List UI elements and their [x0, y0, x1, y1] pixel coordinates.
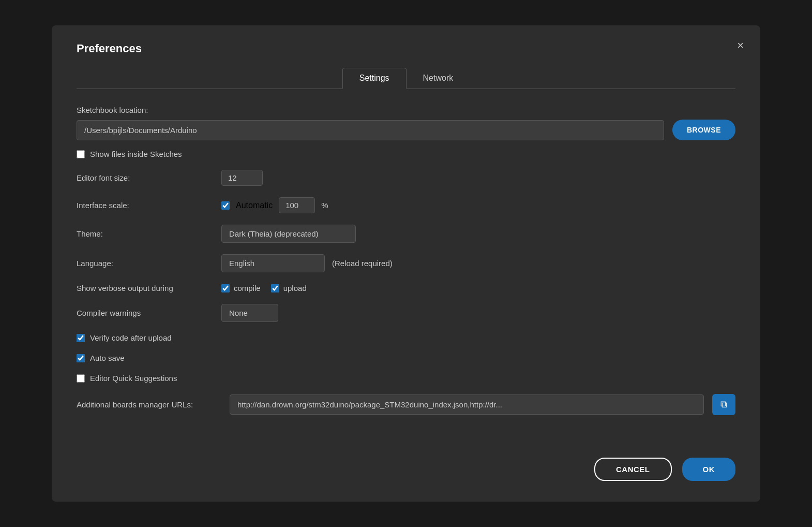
interface-scale-row: Interface scale: Automatic %	[77, 197, 735, 213]
compiler-warnings-dropdown[interactable]: None Default More All	[221, 304, 278, 322]
editor-font-size-input[interactable]	[221, 170, 263, 186]
ok-button[interactable]: OK	[682, 458, 736, 481]
language-label: Language:	[77, 259, 221, 268]
auto-save-checkbox[interactable]	[77, 354, 85, 362]
theme-dropdown[interactable]: Dark (Theia) (deprecated) Light Dark	[221, 225, 356, 243]
sketchbook-path-input[interactable]	[77, 120, 664, 140]
verify-label: Verify code after upload	[90, 333, 172, 342]
theme-row: Theme: Dark (Theia) (deprecated) Light D…	[77, 225, 735, 243]
show-files-checkbox[interactable]	[77, 150, 85, 158]
editor-font-size-row: Editor font size:	[77, 170, 735, 186]
automatic-label: Automatic	[236, 201, 273, 210]
sketchbook-location-label: Sketchbook location:	[77, 106, 735, 114]
verbose-label: Show verbose output during	[77, 284, 221, 292]
compile-checkbox[interactable]	[221, 284, 230, 292]
verbose-items: compile upload	[221, 284, 307, 292]
language-row: Language: English French German Spanish …	[77, 254, 735, 272]
preferences-dialog: Preferences × Settings Network Sketchboo…	[52, 25, 760, 502]
compiler-warnings-dropdown-wrapper: None Default More All	[221, 304, 278, 322]
additional-boards-row: Additional boards manager URLs: ⧉	[77, 394, 735, 415]
compiler-warnings-label: Compiler warnings	[77, 309, 221, 317]
upload-item: upload	[271, 284, 307, 292]
percent-label: %	[321, 201, 328, 210]
show-files-label: Show files inside Sketches	[90, 150, 182, 158]
tab-bar: Settings Network	[77, 68, 735, 89]
compile-label: compile	[234, 284, 261, 292]
language-dropdown-wrapper: English French German Spanish Japanese C…	[221, 254, 325, 272]
browse-button[interactable]: BROWSE	[672, 120, 735, 140]
compile-item: compile	[221, 284, 261, 292]
editor-font-size-label: Editor font size:	[77, 173, 221, 182]
automatic-checkbox[interactable]	[221, 201, 230, 210]
verify-row: Verify code after upload	[77, 333, 735, 342]
sketchbook-location-section: Sketchbook location: BROWSE	[77, 106, 735, 150]
dialog-title: Preferences	[77, 42, 735, 55]
additional-boards-input[interactable]	[230, 394, 704, 415]
language-dropdown[interactable]: English French German Spanish Japanese C…	[221, 254, 325, 272]
editor-quick-suggestions-label: Editor Quick Suggestions	[90, 374, 177, 383]
editor-quick-suggestions-row: Editor Quick Suggestions	[77, 374, 735, 383]
upload-label: upload	[283, 284, 307, 292]
compiler-warnings-row: Compiler warnings None Default More All	[77, 304, 735, 322]
verify-checkbox[interactable]	[77, 334, 85, 342]
settings-content: Sketchbook location: BROWSE Show files i…	[77, 106, 735, 437]
theme-label: Theme:	[77, 229, 221, 238]
auto-save-row: Auto save	[77, 354, 735, 362]
interface-scale-label: Interface scale:	[77, 201, 221, 210]
theme-dropdown-wrapper: Dark (Theia) (deprecated) Light Dark	[221, 225, 356, 243]
editor-quick-suggestions-checkbox[interactable]	[77, 374, 85, 383]
copy-url-button[interactable]: ⧉	[712, 394, 735, 415]
auto-save-label: Auto save	[90, 354, 125, 362]
tab-network[interactable]: Network	[407, 68, 470, 89]
additional-boards-label: Additional boards manager URLs:	[77, 400, 221, 409]
reload-required-label: (Reload required)	[332, 259, 393, 268]
show-files-row: Show files inside Sketches	[77, 150, 735, 158]
sketchbook-row: BROWSE	[77, 120, 735, 140]
tab-settings[interactable]: Settings	[342, 68, 407, 89]
dialog-footer: CANCEL OK	[77, 437, 735, 481]
cancel-button[interactable]: CANCEL	[594, 458, 672, 481]
scale-controls: Automatic %	[221, 197, 328, 213]
verbose-row: Show verbose output during compile uploa…	[77, 284, 735, 292]
close-button[interactable]: ×	[737, 40, 744, 51]
scale-value-input[interactable]	[279, 197, 315, 213]
upload-checkbox[interactable]	[271, 284, 279, 292]
